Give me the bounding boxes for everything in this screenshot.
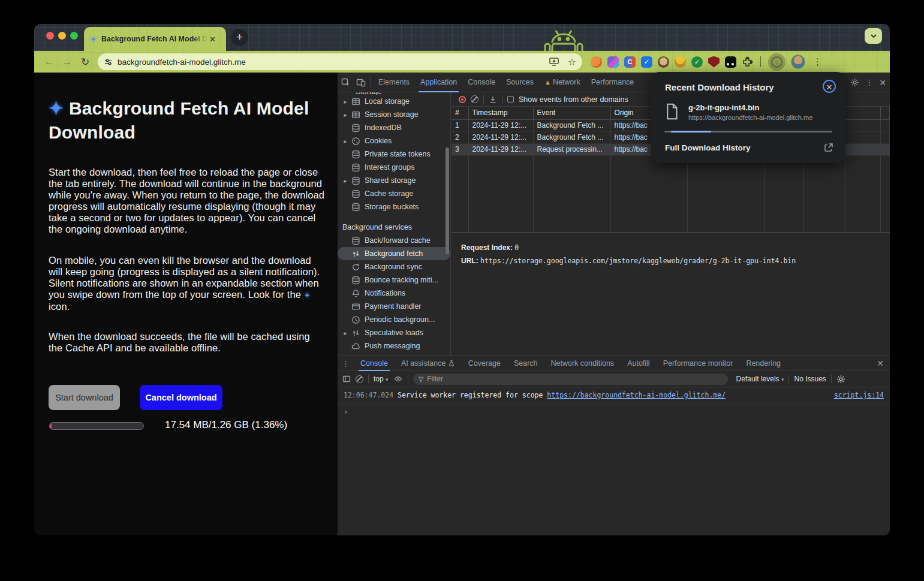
extension-icon-6[interactable] — [675, 56, 686, 68]
drawer-tab-bar: ⋮ Console AI assistance Coverage Search … — [338, 356, 890, 371]
extensions-puzzle-icon[interactable] — [742, 56, 753, 68]
sidebar-item-periodic-background-sync[interactable]: Periodic backgroun... — [338, 313, 450, 326]
device-toolbar-icon[interactable] — [353, 78, 369, 87]
minimize-window-button[interactable] — [58, 32, 66, 40]
close-window-button[interactable] — [46, 32, 54, 40]
downloads-button-active[interactable]: ↓ — [768, 53, 785, 71]
console-sidebar-toggle-icon[interactable] — [342, 375, 351, 383]
sidebar-item-interest-groups[interactable]: Interest groups — [338, 161, 450, 174]
drawer-close-icon[interactable]: ✕ — [877, 359, 884, 368]
col-timestamp[interactable]: Timestamp — [468, 107, 533, 119]
request-index-value: 0 — [514, 243, 519, 252]
new-tab-button[interactable]: + — [231, 29, 248, 46]
external-link-icon[interactable] — [824, 143, 833, 152]
drawer-tab-autofill[interactable]: Autofill — [621, 356, 657, 371]
sidebar-item-bounce-tracking[interactable]: Bounce tracking miti... — [338, 273, 450, 287]
url-bar[interactable]: backgroundfetch-ai-model.glitch.me ☆ — [98, 53, 582, 70]
extension-icon-3[interactable]: C — [624, 56, 636, 68]
tab-overview-chevron-button[interactable] — [865, 28, 882, 44]
save-events-download-icon[interactable] — [489, 95, 497, 104]
sidebar-item-private-state-tokens[interactable]: Private state tokens — [338, 147, 450, 161]
issues-counter[interactable]: No Issues — [794, 375, 826, 383]
sidebar-item-background-sync[interactable]: Background sync — [338, 260, 450, 273]
sidebar-item-back-forward-cache[interactable]: Back/forward cache — [338, 234, 450, 247]
back-button[interactable]: ← — [40, 56, 58, 68]
database-icon — [351, 236, 360, 245]
drawer-tab-rendering[interactable]: Rendering — [739, 356, 787, 371]
sidebar-item-notifications[interactable]: Notifications — [338, 287, 450, 300]
extension-icon-4[interactable]: ✓ — [641, 56, 652, 68]
clear-events-icon[interactable] — [471, 95, 478, 103]
site-settings-tune-icon[interactable] — [104, 58, 113, 67]
tab-network[interactable]: ▲Network — [539, 73, 586, 92]
sidebar-item-cookies[interactable]: ▸Cookies — [338, 134, 450, 147]
col-event[interactable]: Event — [533, 107, 610, 119]
request-url-value: https://storage.googleapis.com/jmstore/k… — [480, 257, 796, 265]
sidebar-item-background-fetch[interactable]: Background fetch — [338, 247, 450, 260]
log-scope-link[interactable]: https://backgroundfetch-ai-model.glitch.… — [547, 391, 726, 399]
sidebar-item-payment-handler[interactable]: Payment handler — [338, 300, 450, 313]
event-details-pane: Request Index: 0 URL: https://storage.go… — [452, 234, 796, 270]
sidebar-item-indexeddb[interactable]: IndexedDB — [338, 121, 450, 134]
drawer-tab-performance-monitor[interactable]: Performance monitor — [657, 356, 740, 371]
reload-button[interactable]: ↻ — [76, 56, 94, 68]
extension-icon-2[interactable] — [607, 56, 619, 68]
extension-icon-7[interactable]: ✓ — [691, 56, 703, 68]
show-events-checkbox[interactable] — [507, 96, 514, 103]
sidebar-item-cache-storage[interactable]: Cache storage — [338, 187, 450, 200]
extension-icon-9[interactable] — [725, 56, 736, 68]
tab-application[interactable]: Application — [415, 73, 462, 92]
sidebar-item-speculative-loads[interactable]: ▸Speculative loads — [338, 326, 450, 339]
browser-tab[interactable]: ✦ Background Fetch AI Model D ✕ — [84, 27, 226, 51]
drawer-tab-network-conditions[interactable]: Network conditions — [544, 356, 621, 371]
drawer-tab-console[interactable]: Console — [354, 356, 395, 371]
drawer-menu-icon[interactable]: ⋮ — [338, 359, 354, 368]
download-item[interactable]: g-2b-it-gpu-int4.bin https://backgroundf… — [665, 103, 812, 121]
profile-avatar[interactable] — [791, 55, 805, 69]
maximize-window-button[interactable] — [70, 32, 78, 40]
log-source-link[interactable]: script.js:14 — [834, 391, 884, 399]
console-prompt-chevron[interactable]: › — [338, 404, 890, 420]
forward-button[interactable]: → — [58, 56, 76, 68]
live-expression-eye-icon[interactable] — [393, 375, 403, 383]
devtools-close-icon[interactable]: ✕ — [879, 78, 886, 88]
extension-icon-8[interactable] — [708, 56, 720, 68]
sidebar-item-shared-storage[interactable]: ▸Shared storage — [338, 174, 450, 187]
popup-close-button[interactable]: ✕ — [823, 80, 836, 93]
inspect-element-icon[interactable] — [338, 78, 353, 87]
console-filter-input[interactable] — [427, 375, 723, 383]
up-down-arrows-icon — [351, 249, 360, 258]
browser-menu-icon[interactable]: ⋮ — [813, 56, 823, 67]
sidebar-item-local-storage[interactable]: ▸Local storage — [338, 95, 450, 108]
context-selector[interactable]: top ▾ — [374, 375, 389, 383]
tab-elements[interactable]: Elements — [373, 73, 415, 92]
sidebar-scrollbar[interactable] — [446, 147, 449, 254]
extension-icon-5[interactable] — [658, 56, 669, 68]
web-page: ✦ Background Fetch AI Model Download Sta… — [34, 73, 338, 535]
sidebar-item-session-storage[interactable]: ▸Session storage — [338, 108, 450, 121]
cancel-download-button[interactable]: Cancel download — [140, 385, 222, 410]
extension-icon-1[interactable] — [591, 56, 602, 68]
console-settings-gear-icon[interactable] — [836, 375, 845, 384]
record-button[interactable] — [459, 96, 466, 103]
tab-sources[interactable]: Sources — [501, 73, 539, 92]
sidebar-item-push-messaging[interactable]: Push messaging — [338, 339, 450, 353]
drawer-tab-coverage[interactable]: Coverage — [462, 356, 507, 371]
install-app-icon[interactable] — [549, 57, 559, 67]
tab-close-icon[interactable]: ✕ — [209, 35, 216, 44]
drawer-tab-search[interactable]: Search — [507, 356, 544, 371]
drawer-tab-ai-assistance[interactable]: AI assistance — [395, 356, 462, 371]
col-num[interactable]: # — [452, 107, 468, 119]
warning-icon: ▲ — [544, 79, 551, 86]
tab-console[interactable]: Console — [462, 73, 501, 92]
devtools-menu-icon[interactable]: ⋮ — [865, 78, 873, 87]
sidebar-item-storage-buckets[interactable]: Storage buckets — [338, 200, 450, 213]
bookmark-star-icon[interactable]: ☆ — [568, 56, 576, 68]
log-levels-selector[interactable]: Default levels ▾ — [736, 375, 784, 383]
clear-console-icon[interactable] — [356, 375, 363, 383]
tab-performance[interactable]: Performance — [586, 73, 640, 92]
full-download-history-link[interactable]: Full Download History — [665, 143, 751, 152]
start-download-button[interactable]: Start download — [49, 385, 120, 410]
file-icon — [665, 103, 679, 120]
devtools-settings-gear-icon[interactable] — [850, 78, 859, 87]
